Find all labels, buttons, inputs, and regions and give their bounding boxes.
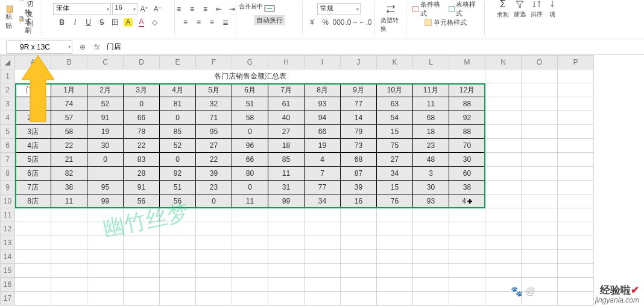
cell[interactable] (522, 264, 558, 278)
cell[interactable] (196, 292, 232, 306)
cell[interactable]: 70 (449, 139, 485, 153)
decrease-font-icon[interactable]: A⁻ (152, 3, 164, 15)
cell[interactable] (305, 278, 341, 292)
cell[interactable] (87, 264, 124, 278)
cell[interactable]: 85 (268, 153, 305, 167)
cell[interactable]: 96 (232, 139, 268, 153)
col-header[interactable]: C (87, 56, 124, 69)
cell[interactable] (160, 264, 196, 278)
cell[interactable] (341, 236, 377, 250)
cell[interactable]: 22 (51, 139, 87, 153)
cell[interactable] (558, 97, 594, 111)
font-selector[interactable]: 宋体▾ (53, 3, 111, 15)
cell[interactable]: 92 (160, 167, 196, 181)
cell[interactable] (522, 194, 558, 208)
increase-font-icon[interactable]: A⁺ (139, 3, 151, 15)
row-header[interactable]: 6 (1, 139, 15, 153)
row-header[interactable]: 12 (1, 222, 15, 236)
col-header[interactable]: B (51, 56, 87, 69)
cell[interactable] (522, 69, 558, 83)
type-convert-button[interactable]: 类型转换 (379, 2, 402, 34)
cell[interactable] (522, 222, 558, 236)
cell[interactable]: 78 (124, 125, 160, 139)
row-header[interactable]: 11 (1, 208, 15, 222)
formula-input[interactable] (103, 40, 644, 54)
cell[interactable] (160, 208, 196, 222)
chevron-down-icon[interactable]: ▾ (68, 44, 71, 50)
cell[interactable]: 11月 (413, 83, 449, 97)
cell[interactable]: 54 (377, 111, 413, 125)
cell[interactable]: 30 (413, 181, 449, 194)
cell[interactable] (160, 278, 196, 292)
cell[interactable]: 27 (268, 125, 305, 139)
cell[interactable]: 0 (160, 153, 196, 167)
row-header[interactable]: 10 (1, 194, 15, 208)
auto-wrap-button[interactable]: 自动换行 (252, 14, 287, 26)
cell[interactable]: 4月 (160, 83, 196, 97)
cell[interactable]: 34 (377, 167, 413, 181)
cell[interactable] (485, 167, 522, 181)
cell[interactable]: 5月 (196, 83, 232, 97)
cell[interactable]: 0 (196, 194, 232, 208)
cell[interactable]: 88 (449, 97, 485, 111)
cell[interactable]: 1月 (51, 83, 87, 97)
cell[interactable] (413, 264, 449, 278)
cell[interactable] (485, 250, 522, 264)
cell[interactable] (413, 222, 449, 236)
cell[interactable] (341, 250, 377, 264)
col-header[interactable]: H (268, 56, 305, 69)
cell[interactable]: 68 (341, 153, 377, 167)
cell[interactable] (232, 278, 268, 292)
cell[interactable] (15, 208, 51, 222)
cell[interactable]: 28 (124, 167, 160, 181)
cell[interactable]: 91 (124, 181, 160, 194)
cell[interactable]: 51 (160, 181, 196, 194)
currency-icon[interactable]: ¥ (306, 16, 318, 28)
cell[interactable] (558, 125, 594, 139)
cell[interactable]: 81 (160, 97, 196, 111)
cell[interactable]: 32 (196, 97, 232, 111)
cell[interactable]: 95 (196, 125, 232, 139)
cell[interactable] (341, 222, 377, 236)
fill-color-icon[interactable]: A (122, 16, 134, 28)
cell[interactable]: 21 (51, 153, 87, 167)
cell[interactable] (124, 236, 160, 250)
cell[interactable] (305, 264, 341, 278)
cell[interactable] (160, 250, 196, 264)
cell[interactable]: 48 (413, 153, 449, 167)
cell[interactable] (232, 250, 268, 264)
cell[interactable]: 3店 (15, 125, 51, 139)
col-header[interactable]: P (558, 56, 594, 69)
cell[interactable] (15, 264, 51, 278)
cell[interactable] (232, 222, 268, 236)
align-left-icon[interactable]: ≡ (180, 16, 192, 28)
row-header[interactable]: 17 (1, 292, 15, 306)
cell[interactable]: 87 (341, 167, 377, 181)
cell[interactable]: 5店 (15, 153, 51, 167)
row-header[interactable]: 3 (1, 97, 15, 111)
cell[interactable] (485, 125, 522, 139)
row-header[interactable]: 9 (1, 181, 15, 194)
cell[interactable] (522, 139, 558, 153)
row-header[interactable]: 8 (1, 167, 15, 181)
indent-dec-icon[interactable]: ⇤ (213, 3, 225, 15)
row-header[interactable]: 16 (1, 278, 15, 292)
cell[interactable] (485, 139, 522, 153)
cell[interactable]: 0 (232, 181, 268, 194)
font-size-selector[interactable]: 16▾ (112, 3, 137, 15)
cell[interactable] (341, 264, 377, 278)
cell[interactable]: 0 (87, 153, 124, 167)
cell[interactable] (485, 208, 522, 222)
cell[interactable] (268, 250, 305, 264)
cell[interactable]: 各门店销售金额汇总表 (15, 69, 485, 83)
cell[interactable] (522, 208, 558, 222)
cell[interactable]: 52 (87, 97, 124, 111)
bold-icon[interactable]: B (56, 16, 68, 28)
cell[interactable] (377, 292, 413, 306)
cell[interactable] (305, 208, 341, 222)
row-header[interactable]: 1 (1, 69, 15, 83)
cell[interactable]: 39 (341, 181, 377, 194)
cell[interactable] (377, 250, 413, 264)
cell[interactable] (268, 236, 305, 250)
cell[interactable] (305, 222, 341, 236)
